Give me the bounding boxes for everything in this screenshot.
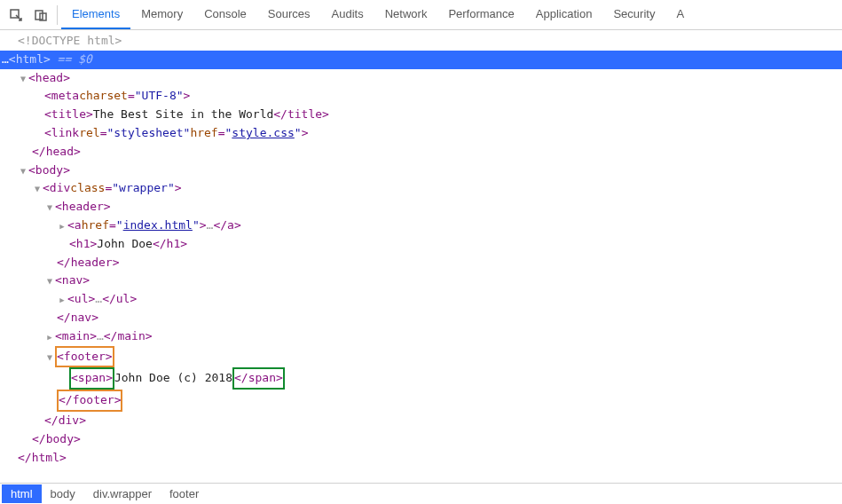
highlight-green: <span> [69, 367, 114, 390]
link-row[interactable]: <link rel="stylesheet" href="style.css"> [0, 124, 842, 143]
main-row[interactable]: <main>…</main> [0, 327, 842, 346]
caret-icon[interactable] [57, 217, 67, 235]
highlight-orange: <footer> [55, 346, 114, 368]
href-attr: href [82, 217, 109, 235]
tab-more[interactable]: A [665, 0, 695, 29]
breadcrumb: html body div.wrapper footer [0, 483, 842, 504]
head-open-row[interactable]: <head> [0, 69, 842, 88]
rel-val: "stylesheet" [106, 124, 190, 143]
tab-performance[interactable]: Performance [437, 0, 524, 29]
ul-tag: ul [75, 290, 89, 309]
ellipsis: … [95, 290, 102, 309]
tab-network[interactable]: Network [374, 0, 438, 29]
footer-tag: footer [64, 350, 106, 363]
tab-memory[interactable]: Memory [130, 0, 193, 29]
h1-tag: h1 [76, 235, 90, 254]
crumb-html[interactable]: html [2, 484, 42, 503]
highlight-orange: </footer> [57, 390, 122, 412]
div-close-row[interactable]: </div> [0, 412, 842, 430]
link-tag: link [51, 124, 79, 143]
html-close-row[interactable]: </html> [0, 449, 842, 468]
crumb-div[interactable]: div.wrapper [84, 484, 161, 503]
nav-tag: nav [62, 272, 83, 290]
main-tag: main [62, 327, 90, 346]
inspect-icon[interactable] [4, 3, 28, 28]
nav-close-row[interactable]: </nav> [0, 309, 842, 327]
ul-row[interactable]: <ul>…</ul> [0, 290, 842, 309]
href-attr: href [190, 124, 217, 143]
div-open-row[interactable]: <div class="wrapper"> [0, 179, 842, 198]
device-toggle-icon[interactable] [28, 3, 53, 28]
doctype-line[interactable]: <!DOCTYPE html> [0, 32, 842, 51]
doctype-text: <!DOCTYPE html> [18, 32, 122, 51]
head-tag: head [35, 69, 63, 88]
a-tag: a [75, 217, 82, 235]
meta-tag: meta [51, 87, 79, 106]
tab-application[interactable]: Application [525, 0, 603, 29]
header-close-row[interactable]: </header> [0, 254, 842, 272]
meta-row[interactable]: <meta charset="UTF-8"> [0, 87, 842, 106]
caret-icon[interactable] [57, 290, 67, 309]
charset-attr: charset [79, 87, 128, 106]
toolbar-divider [57, 5, 58, 25]
title-tag: title [51, 106, 86, 124]
anchor-row[interactable]: <a href="index.html">…</a> [0, 217, 842, 235]
title-row[interactable]: <title>The Best Site in the World</title… [0, 106, 842, 124]
ellipsis-prefix: … [0, 51, 9, 69]
devtools-toolbar: Elements Memory Console Sources Audits N… [0, 0, 842, 30]
crumb-footer[interactable]: footer [161, 484, 208, 503]
html-open-row[interactable]: …<html> == $0 [0, 51, 842, 69]
span-open-tag: span [78, 371, 106, 384]
tab-sources[interactable]: Sources [257, 0, 321, 29]
caret-icon[interactable] [18, 161, 28, 180]
title-text: The Best Site in the World [93, 106, 274, 124]
panel-tabs: Elements Memory Console Sources Audits N… [61, 0, 695, 29]
caret-icon[interactable] [44, 348, 55, 366]
footer-text: John Doe (c) 2018 [114, 369, 232, 388]
span-close-tag: span [248, 371, 276, 384]
crumb-body[interactable]: body [42, 484, 84, 503]
class-attr: class [70, 179, 105, 198]
header-tag: header [62, 198, 104, 217]
html-tag: html [16, 51, 43, 69]
charset-val: "UTF-8" [135, 87, 184, 106]
highlight-green: </span> [232, 367, 285, 390]
svg-rect-1 [35, 11, 43, 20]
tab-elements[interactable]: Elements [61, 0, 130, 29]
header-open-row[interactable]: <header> [0, 198, 842, 217]
dom-tree[interactable]: <!DOCTYPE html> …<html> == $0 <head> <me… [0, 30, 842, 467]
stylesheet-link[interactable]: style.css [232, 126, 294, 139]
div-tag: div [50, 179, 70, 198]
ellipsis: … [207, 217, 214, 235]
caret-icon[interactable] [32, 179, 43, 198]
footer-close-row[interactable]: </footer> [0, 390, 842, 412]
nav-open-row[interactable]: <nav> [0, 272, 842, 290]
body-open-row[interactable]: <body> [0, 161, 842, 180]
caret-icon[interactable] [44, 327, 55, 346]
selection-indicator: == $0 [51, 51, 92, 69]
footer-open-row[interactable]: <footer> [0, 346, 842, 368]
caret-icon[interactable] [18, 69, 28, 88]
body-tag: body [35, 161, 63, 180]
tab-console[interactable]: Console [193, 0, 257, 29]
tab-security[interactable]: Security [602, 0, 665, 29]
h1-row[interactable]: <h1>John Doe</h1> [0, 235, 842, 254]
index-link[interactable]: index.html [123, 218, 193, 232]
caret-icon[interactable] [44, 198, 55, 217]
body-close-row[interactable]: </body> [0, 430, 842, 449]
caret-icon[interactable] [44, 272, 55, 290]
h1-text: John Doe [97, 235, 153, 254]
rel-attr: rel [79, 124, 99, 143]
head-close-row[interactable]: </head> [0, 143, 842, 161]
tab-audits[interactable]: Audits [321, 0, 374, 29]
ellipsis: … [97, 327, 104, 346]
span-row[interactable]: <span>John Doe (c) 2018</span> [0, 367, 842, 390]
wrapper-val: "wrapper" [112, 179, 174, 198]
